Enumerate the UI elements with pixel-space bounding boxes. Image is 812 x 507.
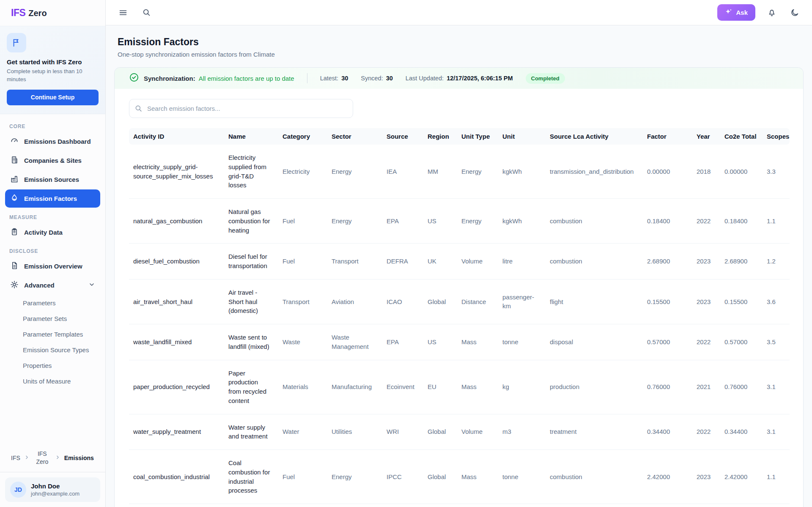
sidebar-subitem[interactable]: Units of Measure	[5, 373, 100, 389]
breadcrumb-item[interactable]: IFS Zero	[33, 450, 51, 466]
sidebar-subitem[interactable]: Properties	[5, 358, 100, 373]
stat-value: 30	[341, 75, 348, 82]
table-cell: Manufacturing	[327, 360, 382, 414]
table-row[interactable]: refrigerant_hfc134a_leakageHFC-134a refr…	[129, 504, 790, 507]
chevron-down-icon	[88, 281, 95, 289]
table-cell: 1.2	[763, 244, 790, 280]
table-cell: Water	[278, 414, 327, 450]
table-row[interactable]: water_supply_treatmentWater supply and t…	[129, 414, 790, 450]
section-label-disclose: DISCLOSE	[9, 248, 96, 254]
table-cell: kg	[498, 504, 546, 507]
table-cell: 3.5	[763, 324, 790, 360]
emission-factors-card: Synchronization: All emission factors ar…	[114, 67, 804, 507]
sidebar-item-label: Advanced	[24, 282, 55, 289]
table-row[interactable]: electricity_supply_grid-source_supplier_…	[129, 145, 790, 199]
table-cell: 0.00000	[720, 145, 763, 199]
sidebar-item-emission-sources[interactable]: Emission Sources	[5, 170, 100, 189]
table-cell: 2023	[692, 244, 720, 280]
table-cell: WRI	[382, 414, 423, 450]
table-cell: Transport	[278, 279, 327, 324]
sidebar-subitem[interactable]: Parameter Sets	[5, 311, 100, 326]
check-circle-icon	[129, 72, 139, 84]
search-icon[interactable]	[140, 6, 153, 19]
column-header: Sector	[327, 128, 382, 145]
column-header: Unit Type	[457, 128, 498, 145]
table-cell: 3.1	[763, 360, 790, 414]
table-cell: tonne	[498, 450, 546, 504]
table-cell: Paper production from recycled content	[224, 360, 278, 414]
table-cell: diesel_fuel_combustion	[129, 244, 224, 280]
table-row[interactable]: waste_landfill_mixedWaste sent to landfi…	[129, 324, 790, 360]
table-cell: 2.68900	[720, 244, 763, 280]
user-email: john@example.com	[31, 491, 80, 497]
app-root: IFS Zero Get started with IFS Zero Compl…	[0, 0, 812, 507]
table-cell: Volume	[457, 244, 498, 280]
stat-synced: Synced: 30	[361, 75, 393, 82]
logo-primary: IFS	[11, 7, 25, 19]
user-card[interactable]: JD John Doe john@example.com	[5, 477, 100, 502]
table-row[interactable]: paper_production_recycledPaper productio…	[129, 360, 790, 414]
ask-button[interactable]: Ask	[717, 4, 755, 21]
hamburger-menu-icon[interactable]	[117, 6, 129, 19]
table-row[interactable]: diesel_fuel_combustionDiesel fuel for tr…	[129, 244, 790, 280]
table-cell: 2021	[692, 360, 720, 414]
table-cell: 1.1	[763, 199, 790, 244]
page-subtitle: One-stop synchronization emission factor…	[118, 51, 804, 58]
dark-mode-moon-icon[interactable]	[788, 6, 801, 19]
table-cell: Coal combustion for industrial processes	[224, 450, 278, 504]
table-cell: flight	[546, 279, 643, 324]
breadcrumb-item-current[interactable]: Emissions	[64, 455, 94, 461]
table-cell: 1.1	[763, 450, 790, 504]
sidebar-item-advanced[interactable]: Advanced	[5, 276, 100, 294]
continue-setup-button[interactable]: Continue Setup	[7, 90, 99, 105]
sync-banner: Synchronization: All emission factors ar…	[115, 68, 803, 89]
table-cell: passenger-km	[498, 279, 546, 324]
table-cell: 2.42000	[720, 450, 763, 504]
sync-status: All emission factors are up to date	[199, 75, 294, 82]
table-cell: US	[423, 199, 457, 244]
sidebar-subitem[interactable]: Parameters	[5, 295, 100, 311]
sidebar-item-activity-data[interactable]: Activity Data	[5, 223, 100, 241]
table-row[interactable]: air_travel_short_haulAir travel - Short …	[129, 279, 790, 324]
sidebar-item-emission-factors[interactable]: Emission Factors	[5, 189, 100, 208]
table-cell: MM	[423, 145, 457, 199]
table-cell: waste_landfill_mixed	[129, 324, 224, 360]
sidebar-item-label: Emission Overview	[24, 263, 82, 270]
table-header: Activity IDNameCategorySectorSourceRegio…	[129, 128, 790, 145]
user-meta: John Doe john@example.com	[31, 482, 80, 497]
sidebar-item-label: Emission Factors	[24, 195, 77, 202]
sidebar-item-emissions-dashboard[interactable]: Emissions Dashboard	[5, 132, 100, 151]
chevron-right-icon	[24, 455, 30, 461]
column-header: Unit	[498, 128, 546, 145]
table-row[interactable]: coal_combustion_industrialCoal combustio…	[129, 450, 790, 504]
table-cell: Diesel fuel for transportation	[224, 244, 278, 280]
table-cell: Mass	[457, 360, 498, 414]
breadcrumb-item[interactable]: IFS	[11, 455, 20, 461]
table-cell: kgkWh	[498, 199, 546, 244]
table-cell: Electricity supplied from grid-T&D losse…	[224, 145, 278, 199]
table-cell: Utilities	[327, 414, 382, 450]
sidebar-item-companies-sites[interactable]: Companies & Sites	[5, 151, 100, 170]
table-cell: Mass	[457, 324, 498, 360]
sidebar-item-emission-overview[interactable]: Emission Overview	[5, 257, 100, 275]
table-cell: HFC-134a refrigerant leakage	[224, 504, 278, 507]
flag-icon	[7, 33, 26, 52]
table-cell: Transport	[327, 244, 382, 280]
table-cell: combustion	[546, 199, 643, 244]
advanced-subitems: ParametersParameter SetsParameter Templa…	[5, 295, 100, 389]
table-cell: 2022	[692, 414, 720, 450]
notification-bell-icon[interactable]	[765, 6, 778, 19]
table-cell: paper_production_recycled	[129, 360, 224, 414]
stat-label: Last Updated:	[406, 75, 444, 82]
section-label-measure: MEASURE	[9, 214, 96, 220]
stat-value: 12/17/2025, 6:06:15 PM	[447, 75, 513, 82]
table-cell: 0.76000	[720, 360, 763, 414]
get-started-subtitle: Complete setup in less than 10 minutes	[7, 68, 99, 84]
breadcrumb: IFS IFS Zero Emissions	[0, 450, 105, 472]
table-cell: 2022	[692, 199, 720, 244]
sidebar-subitem[interactable]: Parameter Templates	[5, 326, 100, 342]
search-input[interactable]	[129, 99, 353, 118]
page-content: Emission Factors One-stop synchronizatio…	[106, 25, 812, 507]
table-row[interactable]: natural_gas_combustionNatural gas combus…	[129, 199, 790, 244]
sidebar-subitem[interactable]: Emission Source Types	[5, 342, 100, 358]
